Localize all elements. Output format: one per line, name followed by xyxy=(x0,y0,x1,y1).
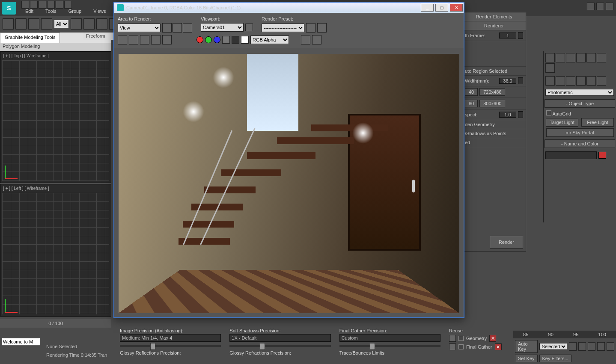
goto-start-icon[interactable] xyxy=(569,342,577,351)
spinner-icon[interactable] xyxy=(518,77,523,84)
render-button[interactable]: Render xyxy=(490,236,523,249)
time-slider[interactable]: 0 / 100 xyxy=(0,319,111,328)
viewport-top[interactable]: [ + ] [ Top ] [ Wireframe ] xyxy=(0,51,111,183)
region-icon[interactable] xyxy=(183,23,192,33)
environment-icon[interactable] xyxy=(317,23,327,33)
qat-icon[interactable] xyxy=(47,1,55,9)
viewport-label[interactable]: [ + ] [ Left ] [ Wireframe ] xyxy=(3,186,49,191)
green-channel-toggle[interactable] xyxy=(205,36,212,43)
help-icon[interactable] xyxy=(596,3,604,10)
autokey-button[interactable]: Auto Key xyxy=(515,340,538,353)
menu-views[interactable]: Views xyxy=(87,6,112,16)
width-input[interactable] xyxy=(499,78,516,84)
close-button[interactable]: ✕ xyxy=(450,4,463,12)
play-icon[interactable] xyxy=(588,342,595,351)
link-icon[interactable] xyxy=(28,18,39,30)
lock-icon[interactable] xyxy=(245,24,253,31)
key-filters-button[interactable]: Key Filters... xyxy=(539,355,571,362)
res-preset-button[interactable]: 80 xyxy=(465,100,478,107)
tab-renderer[interactable]: Renderer xyxy=(462,21,526,30)
autogrid-checkbox[interactable] xyxy=(546,110,551,115)
sub-icon[interactable] xyxy=(545,76,555,86)
key-mode-select[interactable]: Selected xyxy=(539,343,567,350)
final-gather-slider[interactable] xyxy=(339,345,440,347)
maximize-button[interactable]: □ xyxy=(435,4,448,12)
spinner-icon[interactable] xyxy=(518,32,523,39)
save-image-icon[interactable] xyxy=(118,35,127,44)
systems-icon[interactable] xyxy=(545,63,555,73)
copy-image-icon[interactable] xyxy=(129,35,138,44)
render-preset-select[interactable]: ------------------------- xyxy=(262,24,304,32)
aspect-input[interactable] xyxy=(499,112,516,118)
sub-icon[interactable] xyxy=(576,76,586,86)
maxscript-listener[interactable] xyxy=(2,338,40,346)
spinner-icon[interactable] xyxy=(518,111,523,118)
toggle-overlay-icon[interactable] xyxy=(312,35,321,44)
setkey-button[interactable]: Set Key xyxy=(515,355,538,362)
qat-icon[interactable] xyxy=(64,1,72,9)
soft-shadows-slider[interactable] xyxy=(229,345,330,347)
qat-icon[interactable] xyxy=(21,1,29,9)
time-ruler[interactable]: 85 90 95 100 xyxy=(513,331,616,338)
app-logo[interactable]: S xyxy=(2,2,16,15)
prev-frame-icon[interactable] xyxy=(578,342,586,351)
clone-icon[interactable] xyxy=(140,35,149,44)
sub-icon[interactable] xyxy=(586,76,596,86)
image-precision-slider[interactable] xyxy=(120,345,221,347)
color-swatch[interactable] xyxy=(241,36,249,44)
favorite-icon[interactable] xyxy=(587,3,595,10)
qat-icon[interactable] xyxy=(39,1,46,9)
reuse-geometry-checkbox[interactable] xyxy=(458,336,464,341)
minimize-button[interactable]: _ xyxy=(421,4,434,12)
res-preset-button[interactable]: 720x486 xyxy=(479,88,505,96)
select-icon[interactable] xyxy=(71,18,82,30)
tab-render-elements[interactable]: Render Elements xyxy=(462,12,526,21)
clear-icon[interactable] xyxy=(162,35,172,44)
object-name-input[interactable] xyxy=(545,151,597,159)
redo-icon[interactable] xyxy=(15,18,27,30)
shapes-icon[interactable] xyxy=(556,53,565,62)
blue-channel-toggle[interactable] xyxy=(214,36,220,43)
alpha-channel-toggle[interactable] xyxy=(222,36,230,44)
rotate-icon[interactable] xyxy=(96,18,107,30)
target-light-button[interactable]: Target Light xyxy=(546,118,578,127)
helpers-icon[interactable] xyxy=(586,53,596,62)
delete-icon[interactable]: ✕ xyxy=(495,343,502,350)
color-swatch[interactable] xyxy=(598,152,606,159)
qat-icon[interactable] xyxy=(30,1,38,9)
viewport-left[interactable]: [ + ] [ Left ] [ Wireframe ] xyxy=(0,184,111,317)
area-to-render-select[interactable]: View xyxy=(118,24,161,32)
sub-icon[interactable] xyxy=(566,76,575,86)
help2-icon[interactable] xyxy=(606,3,613,10)
geometry-icon[interactable] xyxy=(545,53,555,62)
lock-icon[interactable] xyxy=(449,335,456,342)
toggle-ui-icon[interactable] xyxy=(301,35,310,44)
render-window-titlebar[interactable]: Camera01, frame 0, RGBA Color 16 Bits/Ch… xyxy=(114,3,464,13)
free-light-button[interactable]: Free Light xyxy=(581,118,614,127)
viewport-label[interactable]: [ + ] [ Top ] [ Wireframe ] xyxy=(3,53,49,58)
res-preset-button[interactable]: 800x600 xyxy=(479,100,505,107)
delete-icon[interactable]: ✕ xyxy=(489,335,496,342)
qat-icon[interactable] xyxy=(56,1,63,9)
red-channel-toggle[interactable] xyxy=(196,36,203,43)
unlink-icon[interactable] xyxy=(41,18,52,30)
light-type-select[interactable]: Photometric xyxy=(545,89,614,96)
undo-icon[interactable] xyxy=(3,18,14,30)
tab-freeform[interactable]: Freeform xyxy=(83,33,118,40)
move-icon[interactable] xyxy=(83,18,95,30)
auto-region-icon[interactable] xyxy=(173,23,182,33)
lights-icon[interactable] xyxy=(566,53,575,62)
channel-select[interactable]: RGB Alpha xyxy=(250,36,289,44)
lock-icon[interactable] xyxy=(449,343,456,350)
reuse-fg-checkbox[interactable] xyxy=(458,344,464,349)
rendered-image[interactable] xyxy=(119,54,459,313)
print-icon[interactable] xyxy=(151,35,161,44)
next-frame-icon[interactable] xyxy=(597,342,605,351)
sub-icon[interactable] xyxy=(597,76,606,86)
mono-channel-toggle[interactable] xyxy=(232,36,239,44)
render-setup-icon[interactable] xyxy=(306,23,315,33)
res-preset-button[interactable]: 40 xyxy=(465,88,478,96)
edit-region-icon[interactable] xyxy=(162,23,172,33)
sub-icon[interactable] xyxy=(556,76,565,86)
cameras-icon[interactable] xyxy=(576,53,586,62)
